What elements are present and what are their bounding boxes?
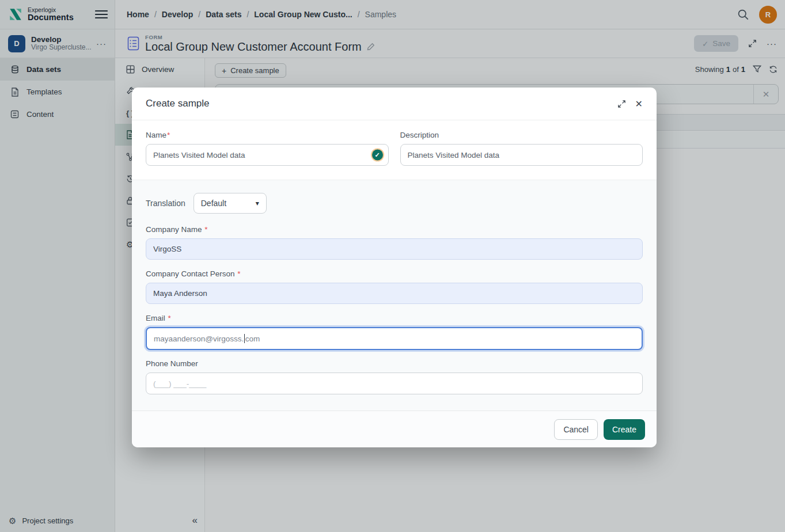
valid-check-icon: ✓ (372, 150, 383, 161)
company-name-label: Company Name * (146, 225, 643, 234)
phone-label: Phone Number (146, 359, 643, 368)
email-value-before-cursor: mayaanderson@virgosss. (154, 335, 244, 343)
translation-select[interactable]: Default ▾ (194, 193, 267, 214)
description-field-group: Description (400, 131, 643, 166)
app-screen: Experlogix Documents D Develop Virgo Sup… (0, 0, 785, 532)
contact-person-label: Company Contact Person * (146, 269, 643, 278)
name-label-text: Name (146, 131, 166, 139)
modal-header: Create sample ✕ (132, 88, 657, 120)
create-button[interactable]: Create (604, 419, 645, 440)
company-name-label-text: Company Name (146, 225, 202, 234)
modal-meta-section: Name* ✓ Description (132, 120, 657, 180)
modal-title: Create sample (146, 98, 210, 109)
translation-label: Translation (146, 199, 185, 208)
create-sample-modal: Create sample ✕ Name* ✓ (132, 88, 657, 447)
translation-row: Translation Default ▾ (146, 193, 643, 214)
modal-footer: Cancel Create (132, 411, 657, 447)
email-value-after-cursor: com (245, 335, 260, 343)
cancel-button[interactable]: Cancel (554, 419, 598, 440)
phone-input[interactable] (146, 373, 643, 394)
contact-person-input[interactable] (146, 283, 643, 304)
email-label: Email * (146, 314, 643, 322)
chevron-down-icon: ▾ (256, 199, 259, 207)
name-field-group: Name* ✓ (146, 131, 389, 166)
contact-person-label-text: Company Contact Person (146, 269, 235, 278)
name-label: Name* (146, 131, 389, 139)
required-mark: * (168, 314, 171, 322)
company-name-input[interactable] (146, 238, 643, 260)
close-modal-button[interactable]: ✕ (635, 98, 643, 109)
close-icon: ✕ (635, 99, 643, 109)
email-input[interactable]: mayaanderson@virgosss.com (146, 327, 643, 350)
email-label-text: Email (146, 314, 165, 322)
expand-modal-button[interactable] (617, 100, 626, 108)
sample-data-form: Translation Default ▾ Company Name * Com… (132, 180, 657, 411)
sample-description-input[interactable] (400, 144, 643, 166)
sample-name-input[interactable] (146, 144, 389, 166)
required-mark: * (204, 225, 207, 234)
description-label: Description (400, 131, 643, 139)
required-mark: * (167, 131, 170, 139)
required-mark: * (237, 269, 240, 278)
translation-selected-value: Default (201, 199, 226, 208)
modal-header-actions: ✕ (617, 98, 643, 109)
expand-icon (617, 100, 626, 108)
